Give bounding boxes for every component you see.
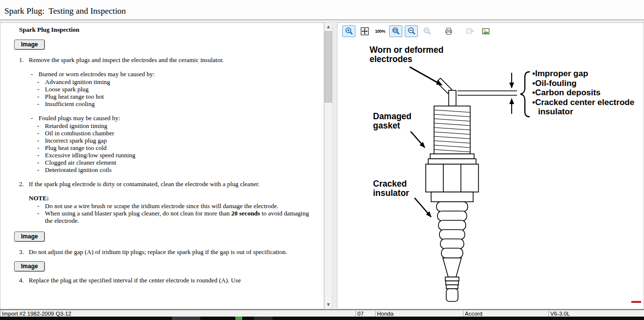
cause-item: Excessive idling/low speed running [37,151,312,159]
doc-heading: Spark Plug Inspection [19,26,312,33]
cause-item: Insufficient cooling [37,100,312,107]
graphic-toolbar: 100% [337,23,644,40]
status-make: Honda [375,310,463,317]
label-damaged-gasket: Damaged gasket [373,112,412,130]
fouled-causes-group: Fouled plugs may be caused by: Retarded … [19,114,312,173]
image-button-1[interactable]: Image [14,40,45,50]
article-scrollbar[interactable]: ▲ ▼ [324,22,332,309]
cause-item: Plug heat range too cold [37,144,312,151]
status-import-info: Import #2 1982-2009 Q3-12 [0,310,355,317]
cause-item: Clogged air cleaner element [37,159,312,166]
taskbar-strip [0,317,644,320]
fault-list: Improper gap Oil-fouling Carbon deposits… [532,69,644,117]
burned-causes-group: Burned or worn electrodes may be caused … [19,70,312,107]
fouled-lead: Fouled plugs may be caused by: [31,114,312,122]
zoom-window-button[interactable] [389,25,402,37]
zoom-100-icon: 100% [375,29,385,34]
scroll-up-button[interactable]: ▲ [325,23,332,31]
list-item-text: Do not adjust the gap (A) of iridium tip… [29,248,312,256]
title-bar: Spark Plug: Testing and Inspection [0,0,644,20]
list-item-text: If the spark plug electrode is dirty or … [29,180,312,188]
pan-icon [360,27,369,36]
list-item-text: Replace the plug at the specified interv… [29,277,312,284]
export-graphic-button[interactable] [479,25,492,37]
taskbar-segment [172,317,200,320]
zoom-out-button[interactable] [420,25,434,37]
cause-item: Oil in combustion chamber [37,129,312,137]
label-worn-electrodes: Worn or deformed electrodes [370,45,443,64]
list-item-number: 2. [19,180,29,188]
export-graphic-icon [481,27,490,36]
fault-item: Cracked center electrode insulator [532,98,644,117]
zoom-in-button[interactable] [342,25,355,37]
gap-lines [457,91,517,95]
zoom-window-icon [392,27,400,36]
burned-lead: Burned or worn electrodes may be caused … [31,70,312,78]
zoom-out-icon [423,27,432,36]
list-item-2: 2. If the spark plug electrode is dirty … [19,180,312,188]
cause-item: Plug heat range too hot [37,93,312,100]
cause-item: Incorrect spark plug gap [37,137,312,144]
zoom-dynamic-icon [407,27,416,36]
list-item-number: 4. [19,277,29,284]
cause-item: Advanced ignition timing [37,78,312,85]
page-title: Spark Plug: Testing and Inspection [4,6,126,16]
article-content: Spark Plug Inspection Image 1. Remove th… [0,23,324,284]
copy-graphic-button[interactable] [463,25,477,37]
note-block: NOTE: Do not use a wire brush or scrape … [29,194,312,224]
spark-plug-body [426,78,478,301]
list-item-number: 3. [19,248,29,256]
status-model: Accord [463,310,548,317]
fault-brace [520,72,530,117]
status-year: 07 [355,310,375,317]
label-cracked-insulator: Cracked insulator [373,179,409,198]
fault-item: Oil-fouling [532,79,644,88]
list-item-4: 4. Replace the plug at the specified int… [19,277,312,284]
fault-item: Improper gap [532,69,644,79]
note-label: NOTE: [29,194,312,202]
copy-graphic-icon [466,27,475,36]
print-button[interactable] [442,25,455,37]
scrollbar-thumb[interactable] [325,31,332,103]
list-item-text: Remove the spark plugs and inspect the e… [29,56,312,64]
article-panel: Spark Plug Inspection Image 1. Remove th… [0,22,324,309]
pan-button[interactable] [358,25,371,37]
zoom-in-icon [345,27,353,36]
scroll-down-button[interactable]: ▼ [325,301,332,309]
list-item-number: 1. [19,56,29,64]
print-icon [444,27,453,36]
image-button-3[interactable]: Image [14,261,45,272]
graphic-panel: 100% [337,22,644,309]
cause-item: Retarded ignition timing [37,122,312,129]
taskbar-segment [254,317,272,320]
status-bar: Import #2 1982-2009 Q3-12 07 Honda Accor… [0,309,644,317]
list-item-3: 3. Do not adjust the gap (A) of iridium … [19,248,312,256]
note-item: Do not use a wire brush or scrape the ir… [37,202,312,210]
cause-item: Loose spark plug [37,85,312,93]
zoom-dynamic-button[interactable] [405,25,418,37]
image-button-2[interactable]: Image [14,232,45,242]
zoom-100-button[interactable]: 100% [374,25,387,37]
status-engine: V6-3.0L [548,310,644,317]
scroll-position-mark [631,301,641,303]
cause-item: Deteriorated ignition coils [37,166,312,173]
list-item-1: 1. Remove the spark plugs and inspect th… [19,56,312,64]
note-item: When using a sand blaster spark plug cle… [37,210,312,224]
fault-item: Carbon deposits [532,88,644,98]
spark-plug-diagram[interactable] [337,23,644,309]
taskbar-segment-green [235,317,242,320]
